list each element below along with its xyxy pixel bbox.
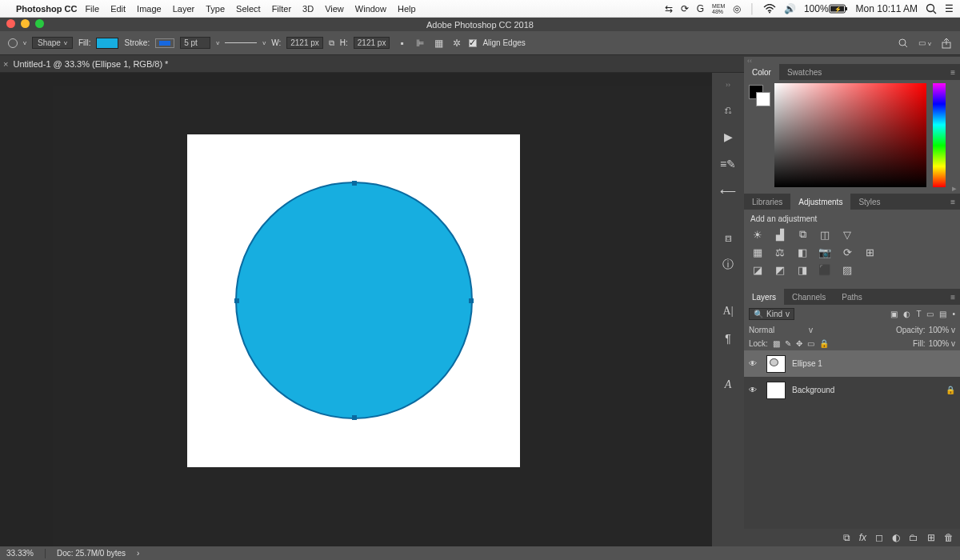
spotlight-icon[interactable]	[926, 3, 937, 14]
stroke-style-dropdown[interactable]: v	[262, 39, 266, 46]
stroke-swatch[interactable]	[155, 38, 174, 48]
filter-pixel-icon[interactable]: ▣	[890, 310, 898, 318]
brush-settings-icon[interactable]: ⟵	[719, 183, 737, 199]
menu-select[interactable]: Select	[236, 4, 261, 14]
info-panel-icon[interactable]: ⓘ	[719, 257, 737, 273]
status-more-icon[interactable]: ›	[137, 549, 139, 558]
menu-view[interactable]: View	[325, 4, 344, 14]
lock-move-icon[interactable]: ✥	[796, 339, 802, 348]
layer-thumbnail[interactable]	[766, 382, 786, 399]
paragraph-panel-icon[interactable]: ¶	[719, 330, 737, 346]
canvas-area[interactable]	[53, 86, 712, 546]
new-group-icon[interactable]: 🗀	[909, 532, 918, 543]
layer-thumbnail[interactable]	[766, 355, 786, 373]
clock[interactable]: Mon 10:11 AM	[856, 3, 918, 14]
fill-swatch[interactable]	[96, 38, 118, 49]
adj-color-lookup-icon[interactable]: ⊞	[862, 246, 877, 258]
lock-position-icon[interactable]: ✎	[785, 339, 791, 348]
transform-handle-n[interactable]	[352, 181, 357, 186]
link-layers-icon[interactable]: ⧉	[843, 532, 850, 543]
layer-list[interactable]: 👁 Ellipse 1 👁 Background 🔒	[744, 350, 960, 529]
document-tab[interactable]: Untitled-1 @ 33.3% (Ellipse 1, RGB/8) *	[13, 59, 168, 69]
menu-filter[interactable]: Filter	[272, 4, 291, 14]
delete-layer-icon[interactable]: 🗑	[944, 532, 954, 543]
window-close-button[interactable]	[6, 19, 15, 28]
tab-libraries[interactable]: Libraries	[744, 194, 790, 210]
layer-row[interactable]: 👁 Ellipse 1	[744, 350, 960, 377]
adj-exposure-icon[interactable]: ◫	[818, 228, 832, 241]
filter-shape-icon[interactable]: ▭	[926, 310, 934, 318]
panels-collapse-caret[interactable]: ‹‹	[744, 57, 960, 64]
color-panel-menu-icon[interactable]: ≡	[946, 68, 960, 77]
filter-smart-icon[interactable]: ▤	[939, 310, 946, 318]
properties-panel-icon[interactable]: ≡✎	[719, 156, 737, 172]
layer-lock-icon[interactable]: 🔒	[946, 386, 955, 394]
window-minimize-button[interactable]	[21, 19, 30, 28]
color-panel-resize[interactable]: ▸	[952, 183, 957, 194]
color-picker-field[interactable]	[774, 83, 926, 187]
menu-layer[interactable]: Layer	[173, 4, 195, 14]
stroke-style-preview[interactable]	[225, 42, 257, 43]
path-operations-icon[interactable]: ▪	[395, 38, 408, 49]
adj-invert-icon[interactable]: ◪	[750, 263, 765, 276]
link-wh-icon[interactable]: ⧉	[329, 38, 334, 48]
gear-icon[interactable]: ✲	[450, 38, 463, 49]
tab-adjustments[interactable]: Adjustments	[790, 194, 850, 210]
lock-artboard-icon[interactable]: ▭	[807, 339, 814, 348]
adj-vibrance-icon[interactable]: ▽	[840, 228, 854, 241]
app-name[interactable]: Photoshop CC	[16, 4, 77, 14]
adj-gradient-map-icon[interactable]: ⬛	[818, 263, 832, 276]
new-layer-icon[interactable]: ⊞	[927, 532, 935, 543]
adj-threshold-icon[interactable]: ◨	[795, 263, 810, 276]
layer-filter-kind[interactable]: 🔍 Kind v	[749, 308, 794, 320]
width-field[interactable]: 2121 px	[286, 37, 323, 49]
volume-icon[interactable]: 🔊	[784, 3, 796, 14]
dock-expand-caret[interactable]: ››	[726, 81, 730, 89]
tab-swatches[interactable]: Swatches	[779, 64, 830, 80]
adj-color-balance-icon[interactable]: ⚖	[773, 246, 787, 258]
opacity-field[interactable]: 100% v	[929, 326, 955, 334]
search-icon[interactable]	[898, 38, 909, 49]
artboard[interactable]	[187, 134, 520, 467]
layers-panel-menu-icon[interactable]: ≡	[946, 293, 960, 302]
adj-selective-color-icon[interactable]: ▨	[840, 263, 854, 276]
menu-window[interactable]: Window	[355, 4, 386, 14]
shape-ellipse-1[interactable]	[235, 182, 473, 419]
wifi-icon[interactable]	[763, 4, 776, 14]
tab-layers[interactable]: Layers	[744, 289, 784, 305]
height-field[interactable]: 2121 px	[354, 37, 390, 49]
new-adjustment-layer-icon[interactable]: ◐	[892, 532, 900, 543]
clone-source-icon[interactable]: ⧈	[719, 230, 737, 246]
layer-mask-icon[interactable]: ◻	[875, 532, 883, 543]
adjustments-panel-menu-icon[interactable]: ≡	[946, 198, 960, 206]
align-edges-checkbox[interactable]	[469, 39, 477, 47]
tab-color[interactable]: Color	[744, 64, 779, 80]
color-panel-bg[interactable]	[756, 92, 770, 106]
path-arrangement-icon[interactable]: ▦	[432, 38, 445, 49]
menu-3d[interactable]: 3D	[302, 4, 314, 14]
window-zoom-button[interactable]	[35, 19, 44, 28]
transform-handle-e[interactable]	[469, 298, 474, 303]
tab-paths[interactable]: Paths	[834, 289, 870, 305]
layer-fill-field[interactable]: 100% v	[929, 339, 955, 348]
shape-mode-dropdown[interactable]: Shapev	[32, 37, 73, 49]
actions-panel-icon[interactable]: ▶	[719, 129, 737, 145]
status-autosave-icon[interactable]: ⇆	[665, 3, 673, 14]
layer-name[interactable]: Ellipse 1	[792, 359, 822, 368]
status-gpu-icon[interactable]: G	[697, 3, 704, 14]
battery-icon[interactable]: 100% ⚡	[804, 3, 848, 14]
menu-help[interactable]: Help	[398, 4, 416, 14]
adj-channel-mixer-icon[interactable]: ⟳	[840, 246, 854, 258]
menu-file[interactable]: File	[85, 4, 99, 14]
adj-curves-icon[interactable]: ⧉	[795, 228, 810, 241]
adj-photo-filter-icon[interactable]: 📷	[818, 246, 832, 258]
layer-visibility-icon[interactable]: 👁	[749, 386, 760, 394]
adj-levels-icon[interactable]: ▟	[773, 228, 787, 241]
menu-list-icon[interactable]: ☰	[945, 3, 954, 14]
hue-slider[interactable]	[933, 83, 946, 187]
tab-close-button[interactable]: ×	[3, 59, 8, 69]
tab-channels[interactable]: Channels	[784, 289, 834, 305]
adj-hue-icon[interactable]: ▦	[750, 246, 765, 258]
layer-row[interactable]: 👁 Background 🔒	[744, 377, 960, 403]
adj-brightness-icon[interactable]: ☀	[750, 228, 765, 241]
